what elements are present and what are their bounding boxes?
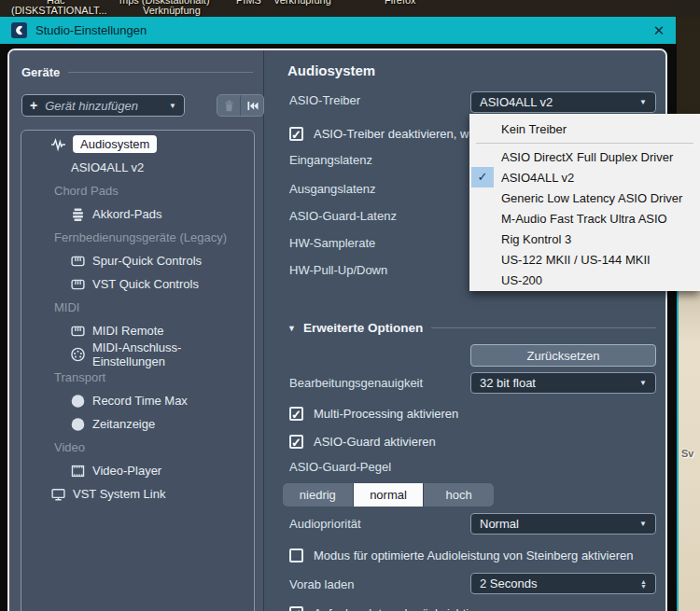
advanced-options-header[interactable]: ▼ Erweiterte Optionen: [287, 321, 656, 335]
tree-item-label: Zeitanzeige: [92, 417, 155, 431]
tree-category-transport: Transport: [21, 366, 254, 389]
waveform-icon: [50, 137, 67, 152]
preload-stepper[interactable]: 2 Seconds ▲▼: [470, 573, 656, 594]
sidebar-header: Geräte: [21, 65, 253, 79]
asio-driver-label: ASIO-Treiber: [289, 93, 360, 107]
asio-guard-label: ASIO-Guard aktivieren: [314, 435, 436, 449]
tree-item-vst-system-link[interactable]: VST System Link: [21, 482, 254, 506]
tree-item-zeitanzeige[interactable]: Zeitanzeige: [21, 412, 254, 436]
trash-icon: [222, 99, 236, 113]
menu-item-asio-directx-full-duplex-driver[interactable]: ASIO DirectX Full Duplex Driver: [469, 146, 700, 167]
tree-item-audiosystem[interactable]: Audiosystem: [21, 132, 254, 156]
desktop-icon-label: Sv: [681, 448, 693, 459]
keyboard-icon: [70, 324, 87, 339]
release-driver-row: ✓ ASIO-Treiber deaktivieren, we: [289, 123, 476, 144]
steinberg-power-label: Modus für optimierte Audioleistung von S…: [314, 549, 634, 562]
desktop-background: Hac mps (Diskstationalt) PIMS Verknüpfun…: [0, 0, 700, 17]
chord-pads-icon: [70, 207, 87, 222]
desktop-icon-label[interactable]: (DISKSTATIONALT...: [11, 5, 107, 16]
devices-sidebar: Geräte + Gerät hinzufügen ▼: [9, 50, 264, 611]
tree-item-akkord-pads[interactable]: Akkord-Pads: [21, 202, 254, 226]
tree-item-video-player[interactable]: Video-Player: [21, 459, 254, 482]
guard-level-segment-hoch[interactable]: hoch: [424, 483, 494, 507]
preload-label: Vorab laden: [289, 577, 354, 591]
chevron-down-icon: ▼: [639, 98, 647, 106]
menu-item-label: US-122 MKII / US-144 MKII: [501, 253, 651, 267]
desktop-icon-label[interactable]: Verknüpfung: [143, 5, 201, 16]
tree-category-label: Transport: [54, 370, 105, 384]
tree-item-spur-quick-controls[interactable]: Spur-Quick Controls: [21, 249, 254, 272]
audio-priority-dropdown[interactable]: Normal ▼: [470, 513, 656, 535]
menu-item-label: ASIO DirectX Full Duplex Driver: [501, 150, 673, 164]
tree-item-midi-remote[interactable]: MIDI Remote: [21, 319, 254, 342]
hw-pullupdown-label: HW-Pull-Up/Down: [289, 263, 387, 277]
steinberg-logo-icon: [11, 22, 27, 38]
guard-level-segment-normal[interactable]: normal: [354, 483, 424, 507]
tree-item-label: Record Time Max: [92, 394, 188, 408]
film-icon: [70, 464, 87, 479]
menu-item-m-audio-fast-track-ultra-asio[interactable]: M-Audio Fast Track Ultra ASIO: [469, 208, 700, 229]
tree-item-label: ASIO4ALL v2: [71, 160, 144, 174]
record-latency-checkbox[interactable]: ✓: [289, 606, 303, 611]
delete-device-button[interactable]: [217, 95, 240, 116]
divider: [431, 327, 656, 328]
scroll-to-selected-button[interactable]: [241, 95, 263, 116]
plus-icon: +: [30, 98, 37, 113]
menu-separator: [469, 139, 700, 146]
release-driver-label: ASIO-Treiber deaktivieren, we: [314, 127, 476, 141]
multi-processing-row: ✓ Multi-Processing aktivieren: [289, 403, 458, 424]
guard-level-segment-niedrig[interactable]: niedrig: [283, 483, 353, 507]
window-title: Studio-Einstellungen: [35, 23, 147, 37]
output-latency-label: Ausgangslatenz: [289, 182, 376, 196]
tree-item-label: VST System Link: [73, 487, 165, 501]
titlebar[interactable]: Studio-Einstellungen ✕: [0, 17, 676, 44]
menu-item-generic-low-latency-asio-driver[interactable]: Generic Low Latency ASIO Driver: [469, 187, 700, 208]
tree-item-vst-quick-controls[interactable]: VST Quick Controls: [21, 272, 254, 296]
stepper-arrows-icon[interactable]: ▲▼: [640, 579, 647, 589]
tree-category-label: Chord Pads: [54, 184, 119, 198]
desktop-icon-label[interactable]: Firefox: [385, 0, 416, 6]
add-device-button[interactable]: + Gerät hinzufügen ▼: [21, 94, 185, 117]
reset-button[interactable]: Zurücksetzen: [470, 344, 656, 367]
add-device-label: Gerät hinzufügen: [45, 99, 169, 113]
asio-guard-latency-label: ASIO-Guard-Latenz: [289, 209, 397, 223]
menu-item-us-200[interactable]: US-200: [469, 270, 700, 290]
sidebar-toolbar: [217, 94, 264, 117]
asio-driver-dropdown[interactable]: ASIO4ALL v2 ▼: [470, 91, 656, 113]
check-icon: ✓: [471, 167, 494, 187]
asio-guard-row: ✓ ASIO-Guard aktivieren: [289, 431, 436, 451]
menu-item-asio4all-v2[interactable]: ✓ASIO4ALL v2: [469, 167, 700, 187]
record-latency-label: Aufnahmelatenz berücksichtigen: [314, 606, 489, 611]
menu-item-us-122-mkii-us-144-mkii[interactable]: US-122 MKII / US-144 MKII: [469, 249, 700, 270]
input-latency-label: Eingangslatenz: [289, 153, 372, 167]
menu-item-kein-treiber[interactable]: Kein Treiber: [469, 118, 700, 139]
asio-guard-checkbox[interactable]: ✓: [289, 435, 303, 449]
processing-precision-dropdown[interactable]: 32 bit float ▼: [470, 372, 656, 394]
tree-item-label: VST Quick Controls: [92, 277, 199, 291]
tree-category-video: Video: [21, 436, 254, 459]
desktop-icon-label[interactable]: Verknüpfung: [273, 0, 331, 6]
desktop-icon-label[interactable]: PIMS: [236, 0, 261, 6]
menu-item-rig-kontrol-3[interactable]: Rig Kontrol 3: [469, 229, 700, 249]
audio-priority-label: Audiopriorität: [289, 517, 361, 531]
advanced-options-label: Erweiterte Optionen: [303, 321, 423, 335]
record-latency-row: ✓ Aufnahmelatenz berücksichtigen: [289, 603, 489, 611]
tree-item-record-time-max[interactable]: Record Time Max: [21, 389, 254, 412]
tree-item-asio4all-v2[interactable]: ASIO4ALL v2: [21, 156, 254, 179]
menu-item-label: ASIO4ALL v2: [501, 171, 574, 185]
multi-processing-checkbox[interactable]: ✓: [289, 407, 303, 421]
menu-item-label: M-Audio Fast Track Ultra ASIO: [501, 212, 667, 226]
skip-to-start-icon: [245, 99, 259, 113]
steinberg-power-checkbox[interactable]: [289, 549, 303, 562]
close-icon[interactable]: ✕: [648, 21, 670, 40]
chevron-down-icon: ▼: [639, 520, 647, 528]
asio-driver-value: ASIO4ALL v2: [480, 95, 639, 109]
hw-samplerate-label: HW-Samplerate: [289, 236, 375, 250]
tree-item-label: Video-Player: [92, 464, 161, 478]
tree-item-midi-anschluss-einstellungen[interactable]: MIDI-Anschluss-Einstellungen: [21, 342, 254, 366]
tree-category-chord-pads: Chord Pads: [21, 179, 254, 202]
processing-precision-value: 32 bit float: [480, 376, 639, 390]
tree-item-label: MIDI-Anschluss-Einstellungen: [92, 340, 254, 368]
release-driver-checkbox[interactable]: ✓: [289, 127, 303, 141]
audio-priority-value: Normal: [480, 517, 639, 531]
